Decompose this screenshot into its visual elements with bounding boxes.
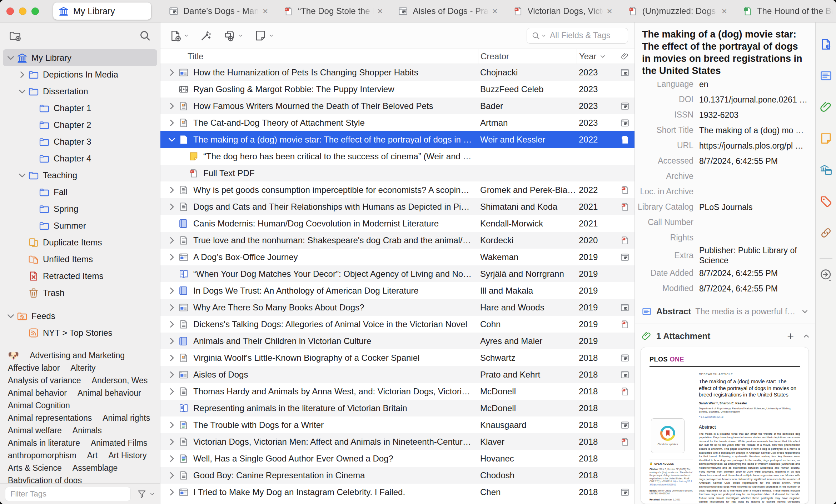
close-window-button[interactable] [6, 8, 14, 15]
tab-document-5[interactable]: (Un)muzzled: Dogs i× [622, 3, 732, 20]
tag[interactable]: Analysis of variance [8, 376, 81, 385]
add-attachment-button[interactable]: + [787, 330, 794, 342]
sidebar-item-fall[interactable]: Fall [3, 184, 157, 200]
expand-right-icon[interactable] [167, 437, 177, 447]
sidebar-item-duplicate-items[interactable]: Duplicate Items [3, 234, 157, 251]
sidebar-item-depictions-in-media[interactable]: Depictions In Media [3, 66, 157, 83]
table-row[interactable]: Representing animals in the literature o… [160, 400, 635, 416]
tag[interactable]: Animal Cognition [8, 401, 70, 410]
table-row[interactable]: The making of a (dog) movie star: The ef… [160, 131, 635, 148]
add-attachment-button[interactable] [223, 29, 243, 42]
rail-notes-icon[interactable] [819, 132, 833, 145]
column-creator[interactable]: Creator [478, 49, 577, 64]
tag[interactable]: Art History [108, 451, 146, 460]
tag[interactable]: 🐶 [8, 350, 19, 361]
field-value[interactable]: The making of a (dog) mo … [699, 125, 815, 135]
tab-document-3[interactable]: Aisles of Dogs - Prat× [393, 3, 502, 20]
tag[interactable]: Animal behavior [8, 388, 67, 398]
tag[interactable]: Anderson, Wes [92, 376, 148, 385]
tag[interactable]: Alterity [70, 363, 95, 373]
table-row[interactable]: Animals and Their Children in Victorian … [160, 333, 635, 349]
tab-document-6[interactable]: The Hound of the Ba× [737, 3, 836, 20]
close-tab-icon[interactable]: × [492, 6, 497, 16]
tag[interactable]: Assemblage [73, 463, 118, 473]
table-row[interactable]: True love and the nonhuman: Shakespeare'… [160, 232, 635, 249]
rail-locate-icon[interactable] [819, 268, 833, 281]
expand-right-icon[interactable] [167, 319, 177, 329]
tag[interactable]: Advertising and Marketing [30, 351, 125, 360]
sidebar-item-spring[interactable]: Spring [3, 200, 157, 217]
chevron-right-icon[interactable] [17, 70, 27, 80]
attachment-preview-card[interactable]: PLOS ONE Check for updates 🔓OPEN ACCESS [641, 347, 809, 504]
chevron-down-icon[interactable] [17, 170, 27, 180]
tab-document-1[interactable]: Dante’s Dogs - Mang× [163, 3, 273, 20]
rail-attachments-icon[interactable] [819, 100, 833, 114]
table-row[interactable]: Dogs and Cats and Their Relationships wi… [160, 198, 635, 215]
search-input[interactable] [549, 30, 611, 41]
new-collection-icon[interactable] [9, 29, 21, 42]
table-row[interactable]: “When Your Dog Matches Your Decor”: Obje… [160, 265, 635, 282]
new-note-button[interactable] [254, 29, 274, 42]
sidebar-item-teaching[interactable]: Teaching [3, 167, 157, 184]
table-row[interactable]: The Cat-and-Dog Theory of Attachment Sty… [160, 114, 635, 131]
tab-my-library[interactable]: My Library [53, 3, 151, 20]
expand-right-icon[interactable] [167, 470, 177, 480]
expand-right-icon[interactable] [167, 353, 177, 363]
chevron-down-icon[interactable] [6, 53, 16, 63]
expand-down-icon[interactable] [167, 135, 177, 145]
search-box[interactable] [527, 28, 628, 44]
tag[interactable]: Affective labor [8, 363, 60, 373]
sidebar-item-summer[interactable]: Summer [3, 217, 157, 234]
add-by-identifier-button[interactable] [200, 29, 213, 42]
sidebar-item-trash[interactable]: Trash [3, 284, 157, 301]
chevron-down-icon[interactable] [801, 308, 809, 315]
expand-right-icon[interactable] [167, 370, 177, 380]
sidebar-item-feeds[interactable]: Feeds [3, 308, 157, 324]
table-row[interactable]: In Dogs We Trust: An Anthology of Americ… [160, 282, 635, 299]
table-row[interactable]: “The dog hero has been critical to the s… [160, 148, 635, 165]
tab-document-2[interactable]: “The Dog Stole the P× [278, 3, 388, 20]
expand-right-icon[interactable] [167, 454, 177, 464]
tag[interactable]: Animal rights [103, 413, 150, 423]
tag[interactable]: Animal behaviour [78, 388, 141, 398]
table-row[interactable]: I Tried to Make My Dog an Instagram Cele… [160, 484, 635, 500]
field-value[interactable]: Publisher: Public Library of Science [699, 245, 815, 265]
table-row[interactable]: Victorian Dogs, Victorian Men: Affect an… [160, 433, 635, 450]
sidebar-item-chapter-2[interactable]: Chapter 2 [3, 116, 157, 133]
table-row[interactable]: Well, Has a Single Good Author Ever Owne… [160, 450, 635, 467]
tag[interactable]: Animal welfare [8, 426, 62, 435]
table-row[interactable]: How Famous Writers Mourned the Death of … [160, 98, 635, 114]
close-tab-icon[interactable]: × [263, 6, 268, 16]
table-row[interactable]: Good Boy: Canine Representation in Cinem… [160, 467, 635, 484]
table-row[interactable]: Aisles of DogsPrato and Kehrt2018 [160, 366, 635, 383]
expand-right-icon[interactable] [167, 185, 177, 195]
field-value[interactable]: 1932-6203 [699, 110, 815, 120]
tag[interactable]: Animals [73, 426, 102, 435]
close-tab-icon[interactable]: × [377, 6, 383, 16]
rail-related-icon[interactable] [819, 226, 833, 240]
tag[interactable]: Art [87, 451, 98, 460]
new-item-button[interactable] [169, 29, 189, 42]
sidebar-item-chapter-4[interactable]: Chapter 4 [3, 150, 157, 167]
chevron-down-icon[interactable] [17, 86, 27, 96]
attachments-section-header[interactable]: 1 Attachment + [635, 327, 815, 345]
sidebar-item-nyt-top-stories[interactable]: NYT > Top Stories [3, 324, 157, 341]
zoom-window-button[interactable] [31, 8, 39, 15]
table-row[interactable]: The Trouble with Dogs for a WriterKnausg… [160, 416, 635, 433]
column-attachment[interactable] [615, 49, 635, 64]
sidebar-item-chapter-1[interactable]: Chapter 1 [3, 100, 157, 116]
chevron-down-icon[interactable] [149, 491, 155, 497]
table-row[interactable]: Why Are There So Many Books About Dogs?H… [160, 299, 635, 316]
field-value[interactable]: 8/7/2024, 6:42:55 PM [699, 156, 815, 166]
table-row[interactable]: Why is pet goods consumption imperceptib… [160, 181, 635, 198]
expand-right-icon[interactable] [167, 420, 177, 430]
tag[interactable]: Animated Films [91, 438, 147, 448]
expand-right-icon[interactable] [167, 235, 177, 245]
field-value[interactable]: https://journals.plos.org/pl … [699, 141, 815, 151]
rail-libraries-icon[interactable] [819, 163, 833, 177]
sidebar-item-retracted-items[interactable]: Retracted Items [3, 268, 157, 284]
expand-right-icon[interactable] [167, 303, 177, 313]
table-row[interactable]: Ryan Gosling & Margot Robbie: The Puppy … [160, 81, 635, 98]
tag[interactable]: Arts & Science [8, 463, 62, 473]
column-year[interactable]: Year [577, 49, 615, 64]
